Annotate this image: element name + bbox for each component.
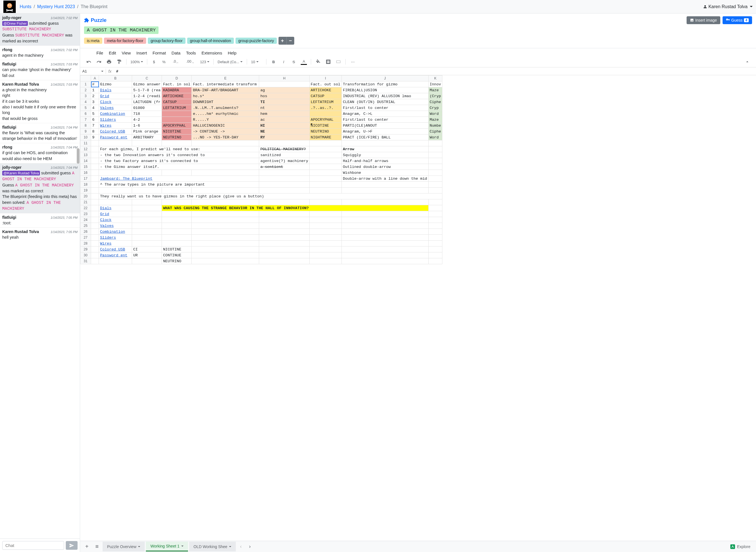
cell-link[interactable]: Valves xyxy=(100,224,114,228)
chat-input[interactable] xyxy=(2,541,64,550)
row-header[interactable]: 28 xyxy=(80,241,91,247)
zoom-dropdown[interactable]: 100% xyxy=(130,60,143,64)
sheet-tab[interactable]: Working Sheet 1 xyxy=(146,542,188,551)
column-header[interactable]: C xyxy=(132,76,162,82)
cell[interactable] xyxy=(428,217,442,223)
italic-button[interactable]: I xyxy=(281,59,287,65)
row-header[interactable]: 3 xyxy=(80,93,91,99)
cell-link[interactable]: Password ent xyxy=(100,253,127,258)
cell[interactable]: Fact. in sol xyxy=(162,82,192,87)
cell-link[interactable]: Combination xyxy=(100,230,125,234)
cell[interactable] xyxy=(91,199,99,205)
cell[interactable]: Cryp xyxy=(428,105,442,111)
cell[interactable]: Combination xyxy=(99,229,132,235)
cell[interactable] xyxy=(192,211,259,217)
cell[interactable]: - the two Factory answers it's connected… xyxy=(99,158,259,164)
cell[interactable]: 01000 xyxy=(132,105,162,111)
mention[interactable]: @Karen Rustad Tolva xyxy=(2,171,40,175)
column-header[interactable]: B xyxy=(99,76,132,82)
cell[interactable]: Fact. intermediate transform xyxy=(192,82,259,87)
cell[interactable] xyxy=(428,158,442,164)
cell[interactable] xyxy=(341,247,428,252)
cell[interactable]: - the two Innovation answers it's connec… xyxy=(99,152,259,158)
cell[interactable] xyxy=(309,229,341,235)
text-color-button[interactable]: A xyxy=(301,59,307,65)
cell[interactable]: NEUTRINO xyxy=(309,129,341,134)
cell[interactable]: Sliders xyxy=(99,117,132,123)
cell[interactable] xyxy=(309,241,341,247)
cell[interactable] xyxy=(192,229,259,235)
row-header[interactable]: 29 xyxy=(80,247,91,252)
cell[interactable]: 3 xyxy=(91,99,99,105)
cell[interactable]: NICOTINE xyxy=(309,123,341,129)
cell[interactable] xyxy=(428,235,442,241)
row-header[interactable]: 12 xyxy=(80,146,91,152)
row-header[interactable]: 18 xyxy=(80,182,91,187)
puzzle-title[interactable]: Puzzle xyxy=(84,17,107,23)
cell[interactable] xyxy=(99,140,132,146)
cell[interactable] xyxy=(162,211,192,217)
cell[interactable] xyxy=(259,170,309,176)
cell[interactable] xyxy=(428,223,442,229)
cell[interactable]: 718 xyxy=(132,111,162,117)
cell[interactable] xyxy=(162,229,192,235)
add-sheet-button[interactable]: + xyxy=(82,543,91,550)
cell[interactable]: ag xyxy=(259,87,309,93)
cell[interactable] xyxy=(341,223,428,229)
cell[interactable]: 1 xyxy=(91,87,99,93)
cell[interactable]: Gizmo answer xyxy=(132,82,162,87)
tab-nav-left[interactable]: ‹ xyxy=(237,544,245,549)
cell[interactable] xyxy=(91,164,99,170)
menu-help[interactable]: Help xyxy=(228,50,236,55)
font-dropdown[interactable]: Default (Co... xyxy=(218,60,243,64)
cell[interactable]: ^ The arrow types in the picture are imp… xyxy=(99,182,259,187)
cell[interactable] xyxy=(192,247,259,252)
cell[interactable] xyxy=(91,146,99,152)
cell[interactable] xyxy=(192,223,259,229)
cell[interactable]: ac xyxy=(259,117,309,123)
cell-link[interactable]: Sliders xyxy=(100,236,116,240)
cell[interactable] xyxy=(309,146,341,152)
cell[interactable]: PRACT (ICE/FIRE) BALL xyxy=(341,134,428,140)
cell[interactable]: .?..as..?. xyxy=(309,105,341,111)
menu-data[interactable]: Data xyxy=(172,50,181,55)
cell[interactable]: For each gizmo, I predict we'll need to … xyxy=(99,146,259,152)
collapse-toolbar-button[interactable] xyxy=(744,59,750,65)
cell[interactable]: sanitized xyxy=(259,152,309,158)
cell[interactable]: WHAT WAS CAUSING THE STRANGE BEHAVIOR IN… xyxy=(162,205,428,211)
cell[interactable] xyxy=(192,241,259,247)
cell[interactable]: HI xyxy=(259,123,309,129)
column-header[interactable]: H xyxy=(259,76,309,82)
cell[interactable] xyxy=(428,205,442,211)
cell[interactable] xyxy=(91,229,99,235)
row-header[interactable]: 7 xyxy=(80,117,91,123)
cell[interactable] xyxy=(192,235,259,241)
cell[interactable]: CONTINUE xyxy=(162,252,192,258)
cell[interactable]: Dials xyxy=(99,87,132,93)
cell[interactable] xyxy=(259,258,309,264)
cell[interactable]: .N..LM..T.anulments? xyxy=(192,105,259,111)
cell[interactable] xyxy=(341,211,428,217)
fill-color-button[interactable] xyxy=(315,59,321,65)
cell[interactable] xyxy=(309,152,341,158)
menu-extensions[interactable]: Extensions xyxy=(202,50,222,55)
cell[interactable]: # xyxy=(91,82,99,87)
cell[interactable]: agentive(?) machinery xyxy=(259,158,309,164)
cell[interactable] xyxy=(91,187,99,193)
cell-link[interactable]: Wires xyxy=(100,242,112,246)
cell[interactable] xyxy=(341,140,428,146)
cell[interactable] xyxy=(259,182,309,187)
cell[interactable]: Valves xyxy=(99,105,132,111)
cell[interactable] xyxy=(309,217,341,223)
cell-link[interactable]: Dials xyxy=(100,206,112,210)
cell[interactable] xyxy=(132,223,162,229)
cell[interactable]: - the Gizmo answer itself. xyxy=(99,164,259,170)
cell[interactable]: Password ent xyxy=(99,252,132,258)
cell[interactable] xyxy=(259,176,309,182)
cell[interactable] xyxy=(91,217,99,223)
cell[interactable]: 8 xyxy=(91,129,99,134)
cell[interactable] xyxy=(132,140,162,146)
cell[interactable] xyxy=(99,258,132,264)
cell-link[interactable]: Valves xyxy=(100,106,114,110)
cell[interactable]: 4-2 xyxy=(132,117,162,123)
